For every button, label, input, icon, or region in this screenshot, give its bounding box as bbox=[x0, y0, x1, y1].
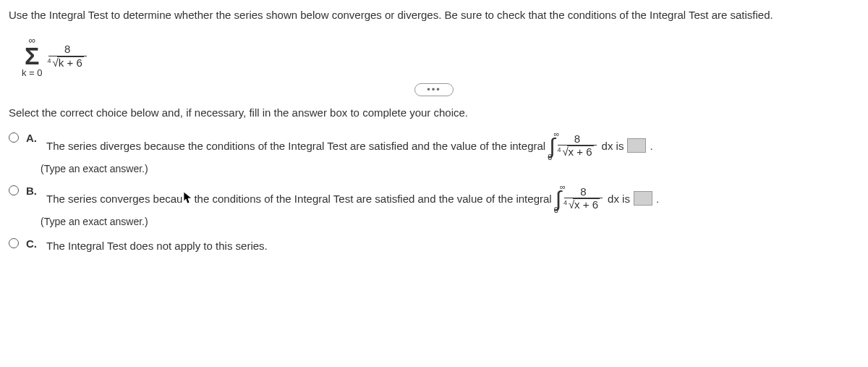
integral-symbol-icon: ∫ bbox=[556, 191, 561, 206]
integrand-B-den: 4 √x + 6 bbox=[564, 198, 603, 211]
instruction-text: Select the correct choice below and, if … bbox=[9, 106, 859, 119]
choice-C[interactable]: C. The Integral Test does not apply to t… bbox=[9, 236, 859, 256]
choice-B-text-before: The series converges becau bbox=[46, 189, 182, 208]
integrand-B: 8 4 √x + 6 bbox=[564, 186, 603, 211]
int-A-lower: 0 bbox=[548, 153, 552, 161]
series-expression: ∞ Σ k = 0 8 4 √k + 6 bbox=[22, 35, 859, 77]
choice-B-text-after: the conditions of the Integral Test are … bbox=[194, 189, 551, 208]
choice-B[interactable]: B. The series converges becau the condit… bbox=[9, 183, 859, 214]
choice-A-text: The series diverges because the conditio… bbox=[46, 130, 653, 161]
radicand-A: x + 6 bbox=[567, 145, 594, 159]
radio-A[interactable] bbox=[9, 132, 19, 143]
radicand-B: x + 6 bbox=[573, 198, 600, 211]
root-index: 4 bbox=[48, 58, 51, 65]
more-button[interactable]: ••• bbox=[9, 83, 859, 96]
choice-C-letter: C. bbox=[26, 237, 39, 250]
dx-is-A: dx is bbox=[602, 136, 624, 156]
period-B: . bbox=[656, 189, 659, 208]
integral-B: ∞ ∫ 0 8 4 √x + 6 bbox=[556, 183, 604, 214]
ellipsis-icon: ••• bbox=[414, 83, 454, 96]
choice-A-text-before: The series diverges because the conditio… bbox=[46, 136, 545, 156]
radicand: k + 6 bbox=[57, 56, 84, 69]
integrand-A-num: 8 bbox=[571, 133, 583, 145]
answer-box-A[interactable] bbox=[627, 138, 646, 153]
radio-C[interactable] bbox=[9, 238, 19, 248]
root-B-index: 4 bbox=[563, 200, 567, 207]
cursor-icon bbox=[183, 191, 193, 206]
fraction-numerator: 8 bbox=[61, 43, 73, 56]
int-B-lower: 0 bbox=[554, 206, 558, 214]
choice-B-letter: B. bbox=[26, 185, 39, 197]
series-fraction: 8 4 √k + 6 bbox=[48, 43, 87, 69]
integrand-A-den: 4 √x + 6 bbox=[558, 145, 596, 159]
root-A-index: 4 bbox=[557, 147, 561, 154]
integrand-B-num: 8 bbox=[577, 186, 589, 198]
radio-B[interactable] bbox=[9, 185, 19, 195]
choice-A[interactable]: A. The series diverges because the condi… bbox=[9, 130, 859, 161]
integral-A: ∞ ∫ 0 8 4 √x + 6 bbox=[549, 130, 597, 161]
integrand-A: 8 4 √x + 6 bbox=[558, 133, 596, 159]
answer-box-B[interactable] bbox=[634, 191, 652, 206]
hint-B: (Type an exact answer.) bbox=[41, 216, 859, 227]
fraction-denominator: 4 √k + 6 bbox=[48, 56, 87, 69]
hint-A: (Type an exact answer.) bbox=[41, 163, 859, 174]
dx-is-B: dx is bbox=[608, 189, 630, 208]
sigma-symbol: Σ bbox=[25, 45, 39, 67]
period-A: . bbox=[650, 136, 652, 156]
integral-symbol-icon: ∫ bbox=[549, 138, 555, 153]
sigma-lower-limit: k = 0 bbox=[22, 68, 43, 77]
choice-B-text: The series converges becau the condition… bbox=[46, 183, 659, 214]
sigma-block: ∞ Σ k = 0 bbox=[22, 35, 43, 77]
choice-A-letter: A. bbox=[26, 132, 39, 144]
question-prompt: Use the Integral Test to determine wheth… bbox=[9, 7, 859, 22]
choice-C-text: The Integral Test does not apply to this… bbox=[46, 236, 268, 256]
